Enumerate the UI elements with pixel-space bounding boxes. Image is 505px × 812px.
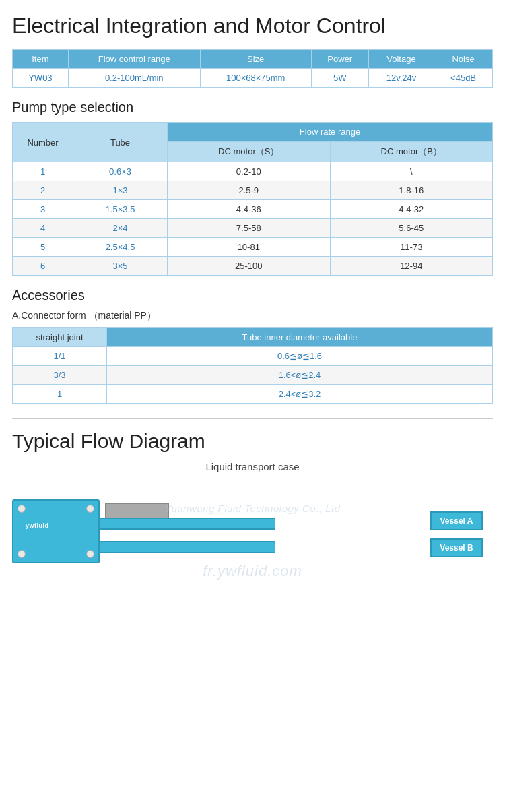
main-title: Electrical Integration and Motor Control bbox=[12, 13, 493, 38]
screw-br bbox=[86, 550, 94, 558]
connector-table: straight joint Tube inner diameter avail… bbox=[12, 327, 493, 404]
tube-lower bbox=[100, 541, 275, 553]
col-noise: Noise bbox=[434, 50, 493, 69]
vessel-b: Vessel B bbox=[430, 538, 483, 557]
col-voltage: Voltage bbox=[368, 50, 434, 69]
pump-body: ywfluid bbox=[12, 499, 100, 563]
row1-flow: 0.2-100mL/min bbox=[68, 69, 200, 88]
row1-size: 100×68×75mm bbox=[200, 69, 311, 88]
screw-tr bbox=[86, 505, 94, 513]
watermark-company: Yuanwang Fluid Technology Co., Ltd bbox=[164, 503, 340, 514]
pump-row: 21×32.5-91.8-16 bbox=[13, 181, 493, 200]
pump-logo: ywfluid bbox=[26, 522, 49, 529]
col-straight-joint: straight joint bbox=[13, 328, 107, 347]
pump-row: 52.5×4.510-8111-73 bbox=[13, 238, 493, 257]
row1-item: YW03 bbox=[13, 69, 69, 88]
flow-diagram-title: Typical Flow Diagram bbox=[12, 430, 493, 453]
section-divider bbox=[12, 418, 493, 419]
row1-voltage: 12v,24v bbox=[368, 69, 434, 88]
connector-row: 12.4<ø≦3.2 bbox=[13, 385, 493, 404]
col-dc-b: DC motor（B） bbox=[330, 142, 493, 162]
connector-row: 1/10.6≦ø≦1.6 bbox=[13, 347, 493, 366]
pump-table: Number Tube Flow rate range DC motor（S） … bbox=[12, 122, 493, 276]
pump-row: 10.6×30.2-10\ bbox=[13, 162, 493, 181]
pump-row: 42×47.5-585.6-45 bbox=[13, 219, 493, 238]
pump-row: 63×525-10012-94 bbox=[13, 257, 493, 276]
pump-section-title: Pump type selection bbox=[12, 100, 493, 115]
connector-subtitle: A.Connector form （material PP） bbox=[12, 310, 493, 322]
col-size: Size bbox=[200, 50, 311, 69]
flow-subtitle: Liquid transport case bbox=[12, 461, 493, 472]
col-flow-rate-range: Flow rate range bbox=[168, 123, 493, 142]
screw-tl bbox=[18, 505, 26, 513]
watermark-url: fr.ywfluid.com bbox=[203, 563, 302, 580]
col-number: Number bbox=[13, 123, 73, 162]
connector-row: 3/31.6<ø≦2.4 bbox=[13, 366, 493, 385]
vessel-a: Vessel A bbox=[430, 511, 483, 530]
screw-bl bbox=[18, 550, 26, 558]
row1-power: 5W bbox=[311, 69, 368, 88]
col-power: Power bbox=[311, 50, 368, 69]
page-container: Electrical Integration and Motor Control… bbox=[0, 0, 505, 600]
col-dc-s: DC motor（S） bbox=[168, 142, 331, 162]
tube-upper bbox=[100, 518, 275, 530]
electrical-table: Item Flow control range Size Power Volta… bbox=[12, 49, 493, 88]
col-flow-control: Flow control range bbox=[68, 50, 200, 69]
col-item: Item bbox=[13, 50, 69, 69]
pump-row: 31.5×3.54.4-364.4-32 bbox=[13, 200, 493, 219]
col-tube: Tube bbox=[73, 123, 168, 162]
row1-noise: <45dB bbox=[434, 69, 493, 88]
col-tube-diameter: Tube inner diameter available bbox=[107, 328, 493, 347]
accessories-title: Accessories bbox=[12, 288, 493, 303]
flow-diagram-area: ywfluid Vessel A Vessel B Yuanwang Fluid… bbox=[12, 479, 493, 587]
